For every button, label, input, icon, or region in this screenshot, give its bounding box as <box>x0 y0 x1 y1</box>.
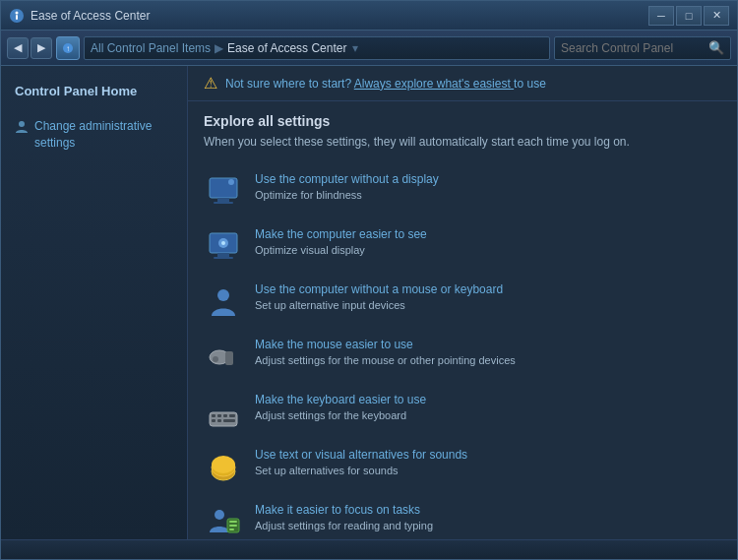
setting-text-6: Make it easier to focus on tasks Adjust … <box>255 503 721 533</box>
svg-point-15 <box>217 289 229 301</box>
svg-point-30 <box>215 510 224 520</box>
search-icon[interactable]: 🔍 <box>708 40 724 55</box>
setting-text-4: Make the keyboard easier to use Adjust s… <box>255 393 721 423</box>
sidebar-admin-item[interactable]: Change administrative settings <box>1 112 187 157</box>
setting-title-5[interactable]: Use text or visual alternatives for soun… <box>255 448 721 462</box>
setting-desc-4: Adjust settings for the keyboard <box>255 408 721 423</box>
setting-desc-1: Optimize visual display <box>255 243 721 258</box>
setting-desc-3: Adjust settings for the mouse or other p… <box>255 353 721 368</box>
breadcrumb-bar: All Control Panel Items ▶ Ease of Access… <box>84 36 550 60</box>
sidebar-admin-icon <box>15 120 29 134</box>
svg-rect-22 <box>223 414 227 417</box>
setting-item-2[interactable]: Use the computer without a mouse or keyb… <box>204 275 721 330</box>
svg-rect-25 <box>217 419 221 422</box>
up-button[interactable]: ↑ <box>56 36 80 60</box>
nav-buttons: ◀ ▶ <box>7 37 52 59</box>
setting-text-3: Make the mouse easier to use Adjust sett… <box>255 338 721 368</box>
addressbar: ◀ ▶ ↑ All Control Panel Items ▶ Ease of … <box>1 31 737 66</box>
hint-text: Not sure where to start? Always explore … <box>225 77 546 91</box>
svg-rect-33 <box>229 525 237 527</box>
setting-item-1[interactable]: Make the computer easier to see Optimize… <box>204 219 721 275</box>
titlebar: Ease of Access Center ─ □ ✕ <box>1 1 737 31</box>
sidebar-home-link[interactable]: Control Panel Home <box>1 78 187 104</box>
setting-item-5[interactable]: Use text or visual alternatives for soun… <box>204 440 721 495</box>
main-window: Ease of Access Center ─ □ ✕ ◀ ▶ ↑ All Co… <box>0 0 738 560</box>
svg-point-29 <box>212 456 235 473</box>
setting-title-4[interactable]: Make the keyboard easier to use <box>255 393 721 406</box>
breadcrumb-dropdown-icon[interactable]: ▾ <box>352 41 358 55</box>
setting-icon-wrap-0 <box>204 172 243 212</box>
setting-desc-2: Set up alternative input devices <box>255 298 721 313</box>
statusbar <box>1 539 737 559</box>
setting-title-3[interactable]: Make the mouse easier to use <box>255 338 721 351</box>
explore-title: Explore all settings <box>204 113 721 129</box>
setting-text-0: Use the computer without a display Optim… <box>255 172 721 203</box>
setting-icon-wrap-4 <box>204 393 243 432</box>
svg-rect-24 <box>212 419 215 422</box>
svg-rect-7 <box>217 198 229 202</box>
hint-text-before: Not sure where to start? <box>225 77 351 91</box>
svg-point-9 <box>228 179 234 185</box>
hint-link[interactable]: Always explore what's easiest <box>354 77 514 91</box>
setting-title-2[interactable]: Use the computer without a mouse or keyb… <box>255 282 721 296</box>
forward-button[interactable]: ▶ <box>31 37 52 59</box>
setting-title-6[interactable]: Make it easier to focus on tasks <box>255 503 721 517</box>
setting-icon-wrap-2 <box>204 282 243 322</box>
svg-rect-12 <box>214 257 233 259</box>
setting-item-4[interactable]: Make the keyboard easier to use Adjust s… <box>204 385 721 440</box>
svg-rect-34 <box>229 529 234 530</box>
search-box: 🔍 <box>554 36 731 60</box>
svg-rect-8 <box>214 202 233 204</box>
hint-bar: ⚠ Not sure where to start? Always explor… <box>188 66 737 101</box>
setting-icon-wrap-1 <box>204 227 243 267</box>
svg-rect-20 <box>212 414 215 417</box>
window-icon <box>9 8 25 24</box>
setting-title-0[interactable]: Use the computer without a display <box>255 172 721 186</box>
svg-point-5 <box>19 121 25 127</box>
breadcrumb-control-panel[interactable]: All Control Panel Items <box>91 41 211 55</box>
search-input[interactable] <box>561 41 708 55</box>
setting-icon-4 <box>206 395 241 430</box>
svg-rect-2 <box>16 15 18 20</box>
hint-warning-icon: ⚠ <box>204 74 217 93</box>
main-layout: Control Panel Home Change administrative… <box>1 66 737 539</box>
setting-text-5: Use text or visual alternatives for soun… <box>255 448 721 478</box>
setting-item-0[interactable]: Use the computer without a display Optim… <box>204 164 721 219</box>
settings-list: Use the computer without a display Optim… <box>204 164 721 539</box>
explore-section: Explore all settings When you select the… <box>188 101 737 539</box>
setting-icon-wrap-3 <box>204 338 243 377</box>
setting-icon-wrap-5 <box>204 448 243 487</box>
setting-icon-2 <box>206 284 241 320</box>
content-area: ⚠ Not sure where to start? Always explor… <box>188 66 737 539</box>
svg-rect-18 <box>225 351 233 365</box>
setting-icon-6 <box>206 505 241 539</box>
setting-item-3[interactable]: Make the mouse easier to use Adjust sett… <box>204 330 721 385</box>
svg-rect-23 <box>229 414 235 417</box>
svg-point-1 <box>16 11 19 14</box>
svg-rect-11 <box>217 253 229 257</box>
svg-rect-21 <box>217 414 221 417</box>
svg-text:↑: ↑ <box>66 44 70 53</box>
setting-title-1[interactable]: Make the computer easier to see <box>255 227 721 241</box>
setting-item-6[interactable]: Make it easier to focus on tasks Adjust … <box>204 495 721 539</box>
explore-description: When you select these settings, they wil… <box>204 133 721 151</box>
setting-desc-5: Set up alternatives for sounds <box>255 464 721 478</box>
maximize-button[interactable]: □ <box>676 6 702 26</box>
close-button[interactable]: ✕ <box>704 6 729 26</box>
window-controls: ─ □ ✕ <box>648 6 729 26</box>
setting-text-1: Make the computer easier to see Optimize… <box>255 227 721 258</box>
setting-desc-6: Adjust settings for reading and typing <box>255 519 721 533</box>
sidebar: Control Panel Home Change administrative… <box>1 66 188 539</box>
svg-point-14 <box>221 241 225 245</box>
setting-icon-0 <box>206 174 241 210</box>
svg-point-17 <box>213 356 218 362</box>
setting-icon-5 <box>206 450 241 485</box>
minimize-button[interactable]: ─ <box>648 6 674 26</box>
back-button[interactable]: ◀ <box>7 37 29 59</box>
sidebar-admin-label: Change administrative settings <box>34 118 173 152</box>
breadcrumb-current: Ease of Access Center <box>227 41 346 55</box>
setting-text-2: Use the computer without a mouse or keyb… <box>255 282 721 313</box>
setting-desc-0: Optimize for blindness <box>255 188 721 203</box>
setting-icon-3 <box>206 340 241 375</box>
hint-text-after: to use <box>514 77 546 91</box>
